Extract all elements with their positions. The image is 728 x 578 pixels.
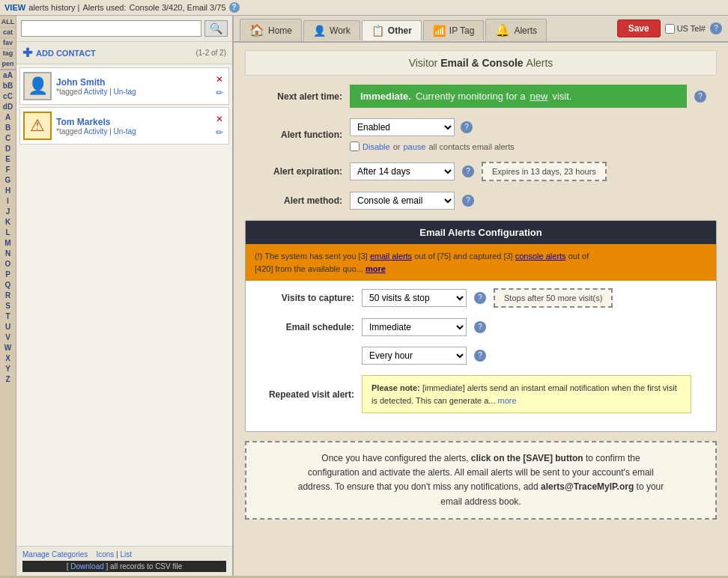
every-hour-select[interactable]: Every hour Every 2 hours Every day	[362, 347, 467, 365]
alpha-M[interactable]: M	[0, 238, 16, 249]
download-suffix: ] all records to CSV file	[104, 562, 182, 571]
alpha-O[interactable]: O	[0, 259, 16, 270]
disable-link[interactable]: Disable	[363, 142, 390, 151]
alpha-U[interactable]: U	[0, 322, 16, 332]
contact-untag-link[interactable]: Un-tag	[114, 127, 136, 136]
alpha-B[interactable]: B	[0, 123, 16, 133]
section-title: Visitor Email & Console Alerts	[245, 50, 717, 76]
search-bar: 🔍	[16, 16, 232, 42]
tab-iptag[interactable]: 📶 IP Tag	[423, 20, 485, 40]
contact-name[interactable]: Tom Markels	[56, 117, 209, 127]
title-visitor: Visitor	[409, 57, 438, 69]
alpha-W[interactable]: W	[0, 343, 16, 353]
alpha-H[interactable]: H	[0, 186, 16, 196]
save-button[interactable]: Save	[617, 19, 661, 37]
manage-categories-link[interactable]: Manage Categories	[22, 550, 88, 559]
add-contact-icon[interactable]: ✚	[22, 46, 32, 60]
view-link[interactable]: VIEW	[4, 3, 25, 12]
alpha-L[interactable]: L	[0, 228, 16, 238]
alpha-tag[interactable]: tag	[0, 49, 16, 59]
monitoring-text: Currently monitoring for a	[416, 91, 526, 102]
alpha-all[interactable]: ALL	[0, 17, 16, 28]
alpha-F[interactable]: F	[0, 165, 16, 175]
console-alerts-link[interactable]: console alerts	[515, 252, 566, 261]
search-input[interactable]	[21, 20, 201, 37]
contact-delete-button[interactable]: ✕	[213, 113, 225, 125]
tab-home[interactable]: 🏠 Home	[240, 19, 302, 41]
tab-bar-right: Save US Tel# ?	[617, 19, 722, 40]
alpha-pen[interactable]: pen	[0, 59, 16, 70]
alpha-E[interactable]: E	[0, 154, 16, 165]
alpha-Y[interactable]: Y	[0, 364, 16, 374]
alpha-V[interactable]: V	[0, 332, 16, 343]
contact-activity-link[interactable]: Activity	[84, 88, 108, 96]
alerts-history-text: alerts history |	[28, 3, 79, 12]
alert-method-select[interactable]: Console & email Email only Console only	[350, 192, 455, 210]
tab-work[interactable]: 👤 Work	[303, 20, 360, 40]
contact-list: 👤 John Smith *tagged Activity | Un-tag ✕…	[16, 64, 232, 546]
email-schedule-select[interactable]: Immediate Every 15 min Hourly Daily	[362, 318, 467, 336]
icons-link[interactable]: Icons	[96, 550, 114, 559]
note-more-link[interactable]: more	[498, 396, 517, 405]
contact-delete-button[interactable]: ✕	[213, 73, 225, 85]
alpha-bB[interactable]: bB	[0, 81, 16, 91]
list-link[interactable]: List	[120, 550, 132, 559]
email-alerts-link[interactable]: email alerts	[370, 252, 412, 261]
disable-checkbox[interactable]	[350, 142, 360, 151]
warning-text-2: out of [75] and captured [3]	[412, 252, 515, 261]
alpha-cC[interactable]: cC	[0, 91, 16, 102]
tab-alerts[interactable]: 🔔 Alerts	[485, 19, 547, 41]
alpha-J[interactable]: J	[0, 207, 16, 217]
alpha-Z[interactable]: Z	[0, 374, 16, 385]
alpha-Q[interactable]: Q	[0, 280, 16, 290]
alpha-N[interactable]: N	[0, 249, 16, 259]
alpha-T[interactable]: T	[0, 311, 16, 322]
email-schedule-help-icon[interactable]: ?	[474, 321, 486, 333]
alpha-G[interactable]: G	[0, 175, 16, 186]
pause-link[interactable]: pause	[403, 142, 425, 151]
contact-tag: *tagged Activity | Un-tag	[56, 88, 209, 96]
tab-help-icon[interactable]: ?	[710, 22, 722, 34]
visits-label: Visits to capture:	[257, 293, 354, 303]
alpha-C[interactable]: C	[0, 133, 16, 144]
search-button[interactable]: 🔍	[204, 20, 228, 37]
download-link[interactable]: Download	[70, 562, 103, 571]
alpha-cat[interactable]: cat	[0, 28, 16, 38]
alpha-K[interactable]: K	[0, 217, 16, 228]
all-contacts-text: all contacts email alerts	[428, 142, 514, 151]
visits-help-icon[interactable]: ?	[474, 292, 486, 304]
alpha-R[interactable]: R	[0, 290, 16, 301]
alpha-aA[interactable]: aA	[0, 70, 16, 81]
contact-activity-link[interactable]: Activity	[84, 127, 108, 136]
alpha-A[interactable]: A	[0, 112, 16, 123]
tab-other[interactable]: 📋 Other	[362, 20, 422, 40]
alert-method-help-icon[interactable]: ?	[462, 195, 474, 207]
alpha-X[interactable]: X	[0, 353, 16, 364]
alert-function-help-icon[interactable]: ?	[461, 121, 473, 133]
alert-expiration-help-icon[interactable]: ?	[462, 165, 474, 177]
alpha-S[interactable]: S	[0, 301, 16, 311]
warning-more-link[interactable]: more	[365, 264, 386, 273]
alpha-fav[interactable]: fav	[0, 38, 16, 49]
email-schedule-row: Email schedule: Immediate Every 15 min H…	[257, 318, 705, 336]
other-icon: 📋	[371, 25, 384, 37]
tab-work-label: Work	[330, 25, 351, 36]
add-contact-label[interactable]: ADD CONTACT	[36, 49, 96, 58]
contact-edit-button[interactable]: ✏	[213, 87, 225, 99]
alpha-P[interactable]: P	[0, 270, 16, 280]
alpha-D[interactable]: D	[0, 144, 16, 154]
contact-edit-button[interactable]: ✏	[213, 127, 225, 139]
alerts-icon: 🔔	[495, 23, 510, 37]
visits-select[interactable]: 50 visits & stop 100 visits & stop Unlim…	[362, 289, 467, 307]
next-alert-help-icon[interactable]: ?	[694, 91, 706, 103]
alert-function-select[interactable]: Enabled Disabled	[350, 118, 455, 136]
alpha-dD[interactable]: dD	[0, 102, 16, 112]
every-hour-help-icon[interactable]: ?	[474, 350, 486, 362]
topbar-help-icon[interactable]: ?	[229, 2, 240, 13]
alert-function-row: Alert function: Enabled Disabled ? Disab…	[245, 118, 717, 151]
us-tel-checkbox[interactable]	[665, 24, 675, 34]
contact-name[interactable]: John Smith	[56, 77, 209, 88]
alpha-I[interactable]: I	[0, 196, 16, 207]
contact-untag-link[interactable]: Un-tag	[114, 88, 136, 96]
alert-expiration-select[interactable]: After 14 days After 7 days After 30 days…	[350, 162, 455, 180]
